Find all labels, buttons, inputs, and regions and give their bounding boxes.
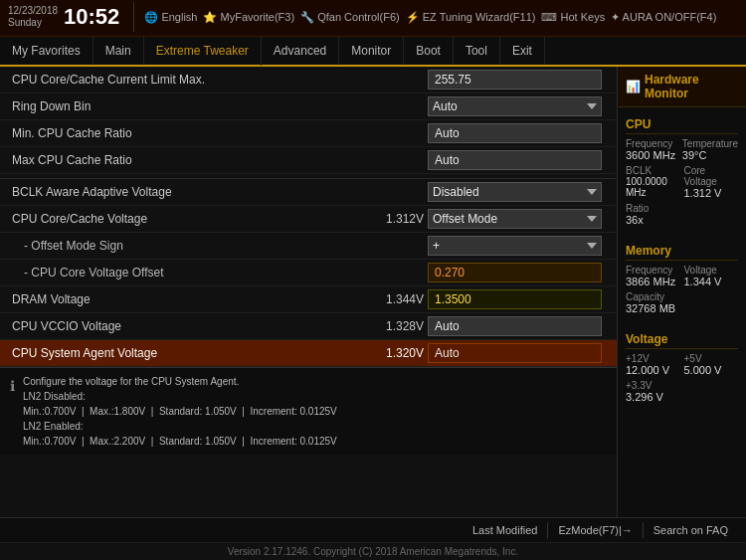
hw-volt-row1: +12V 12.000 V +5V 5.000 V (626, 353, 738, 376)
cpu-corevolt-label: Core Voltage (684, 165, 739, 187)
clock-topbar-hot[interactable]: ⌨ Hot Keys (541, 11, 605, 24)
monitor-icon: 📊 (626, 80, 641, 93)
plus33v-label: +3.3V (626, 380, 738, 391)
ezmode-btn[interactable]: EzMode(F7)|→ (547, 522, 642, 538)
max-cache-input[interactable] (428, 150, 602, 170)
cpu-freq-value: 3600 MHz (626, 149, 678, 161)
clock-topbar-aura[interactable]: ✦ AURA ON/OFF(F4) (611, 11, 716, 24)
offset-sign-ctrl: + - (428, 236, 607, 256)
ringdown-label: Ring Down Bin (10, 99, 344, 113)
main-content: CPU Core/Cache Current Limit Max. Ring D… (0, 67, 746, 517)
cpu-voltage-select[interactable]: Offset Mode Manual Mode Auto (428, 209, 602, 229)
voltage-offset-ctrl (428, 263, 607, 282)
setting-row-cpu-limit: CPU Core/Cache Current Limit Max. (0, 67, 617, 93)
version-text: Version 2.17.1246. Copyright (C) 2018 Am… (228, 546, 518, 557)
setting-row-max-cache: Max CPU Cache Ratio (0, 147, 617, 174)
clock-topbar-qfan[interactable]: 🔧 Qfan Control(F6) (300, 11, 400, 24)
vccio-ctrl (428, 316, 607, 336)
plus5v-value: 5.000 V (684, 364, 739, 376)
setting-row-bclk-aware: BCLK Aware Adaptive Voltage Disabled Ena… (0, 178, 617, 206)
nav-my-favorites[interactable]: My Favorites (0, 37, 93, 65)
offset-sign-label: - Offset Mode Sign (10, 239, 344, 253)
nav-monitor[interactable]: Monitor (339, 37, 404, 65)
cpu-freq-label: Frequency (626, 138, 678, 149)
nav-tool[interactable]: Tool (454, 37, 500, 65)
cpu-voltage-ctrl: Offset Mode Manual Mode Auto (428, 209, 607, 229)
min-cache-ctrl (428, 123, 607, 143)
cpu-voltage-display: 1.312V (344, 212, 424, 226)
mem-volt-label: Voltage (684, 265, 739, 276)
sys-agent-ctrl (428, 343, 607, 363)
setting-row-offset-sign: - Offset Mode Sign + - (0, 233, 617, 260)
nav-extreme-tweaker[interactable]: Extreme Tweaker (144, 37, 262, 67)
voltage-offset-input[interactable] (428, 263, 602, 282)
hw-cpu-title: CPU (626, 117, 738, 134)
mem-freq-label: Frequency (626, 265, 680, 276)
max-cache-label: Max CPU Cache Ratio (10, 153, 344, 167)
cpu-temp-value: 39°C (682, 149, 738, 161)
plus5v-label: +5V (684, 353, 739, 364)
nav-exit[interactable]: Exit (500, 37, 545, 65)
dram-label: DRAM Voltage (10, 292, 344, 306)
mem-volt-value: 1.344 V (684, 276, 739, 287)
cpu-limit-label: CPU Core/Cache Current Limit Max. (10, 73, 344, 87)
search-faq-btn[interactable]: Search on FAQ (643, 522, 738, 538)
info-panel: ℹ Configure the voltage for the CPU Syst… (0, 367, 617, 455)
info-icon: ℹ (10, 376, 15, 449)
hw-memory-title: Memory (626, 244, 738, 261)
min-cache-label: Min. CPU Cache Ratio (10, 126, 344, 140)
cpu-limit-ctrl (428, 70, 607, 90)
hw-cpu-section: CPU Frequency 3600 MHz Temperature 39°C … (618, 107, 746, 234)
last-modified-btn[interactable]: Last Modified (463, 522, 547, 538)
plus12v-value: 12.000 V (626, 364, 680, 376)
clock-time: 10:52 (64, 4, 119, 30)
setting-row-cpu-voltage: CPU Core/Cache Voltage 1.312V Offset Mod… (0, 206, 617, 233)
voltage-offset-label: - CPU Core Voltage Offset (10, 266, 344, 280)
sys-agent-display: 1.320V (344, 346, 424, 360)
hw-mem-row1: Frequency 3866 MHz Voltage 1.344 V (626, 265, 738, 287)
clock-topbar-myfav[interactable]: ⭐ MyFavorite(F3) (203, 11, 294, 24)
setting-row-min-cache: Min. CPU Cache Ratio (0, 120, 617, 147)
left-panel: CPU Core/Cache Current Limit Max. Ring D… (0, 67, 617, 517)
cpu-ratio-value: 36x (626, 214, 738, 226)
nav-bar: My Favorites Main Extreme Tweaker Advanc… (0, 37, 746, 67)
bclk-aware-select[interactable]: Disabled Enabled (428, 182, 602, 202)
nav-main[interactable]: Main (93, 37, 144, 65)
cpu-corevolt-value: 1.312 V (684, 187, 739, 199)
hw-cpu-ratio: Ratio 36x (626, 203, 738, 226)
hw-monitor-header: 📊 Hardware Monitor (618, 67, 746, 107)
dram-input[interactable] (428, 289, 602, 309)
info-text: Configure the voltage for the CPU System… (23, 374, 337, 449)
cpu-limit-input[interactable] (428, 70, 602, 90)
min-cache-input[interactable] (428, 123, 602, 143)
bclk-aware-ctrl: Disabled Enabled (428, 182, 607, 202)
nav-boot[interactable]: Boot (404, 37, 454, 65)
nav-advanced[interactable]: Advanced (262, 37, 339, 65)
bclk-aware-label: BCLK Aware Adaptive Voltage (10, 185, 344, 199)
cpu-temp-label: Temperature (682, 138, 738, 149)
bottom-bar: Last Modified EzMode(F7)|→ Search on FAQ (0, 517, 746, 542)
clock-date: 12/23/2018 Sunday (8, 5, 58, 29)
setting-row-sys-agent: CPU System Agent Voltage 1.320V (0, 340, 617, 367)
offset-sign-select[interactable]: + - (428, 236, 602, 256)
dram-display: 1.344V (344, 292, 424, 306)
hw-mem-capacity: Capacity 32768 MB (626, 291, 738, 314)
hw-volt-33: +3.3V 3.296 V (626, 380, 738, 403)
setting-row-voltage-offset: - CPU Core Voltage Offset (0, 260, 617, 286)
clock-topbar-english[interactable]: 🌐 English (144, 11, 197, 24)
hw-voltage-section: Voltage +12V 12.000 V +5V 5.000 V +3.3V … (618, 322, 746, 411)
cpu-bclk-label: BCLK (626, 165, 680, 176)
ringdown-select[interactable]: Auto Enabled Disabled (428, 96, 602, 116)
sys-agent-input[interactable] (428, 343, 602, 363)
hw-monitor-title: Hardware Monitor (645, 73, 738, 100)
setting-row-dram: DRAM Voltage 1.344V (0, 286, 617, 313)
clock-topbar-ez[interactable]: ⚡ EZ Tuning Wizard(F11) (406, 11, 536, 24)
hw-voltage-title: Voltage (626, 332, 738, 349)
max-cache-ctrl (428, 150, 607, 170)
vccio-input[interactable] (428, 316, 602, 336)
mem-freq-value: 3866 MHz (626, 276, 680, 287)
clock-area: 12/23/2018 Sunday 10:52 🌐 English ⭐ MyFa… (0, 0, 746, 37)
ringdown-ctrl: Auto Enabled Disabled (428, 96, 607, 116)
hw-cpu-row1: Frequency 3600 MHz Temperature 39°C (626, 138, 738, 161)
vccio-label: CPU VCCIO Voltage (10, 319, 344, 333)
